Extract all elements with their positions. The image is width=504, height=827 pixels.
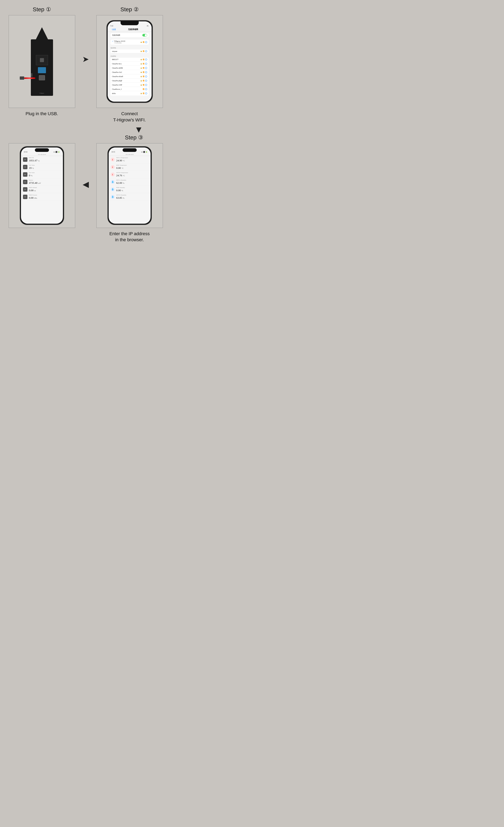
left-step-box: 10:54 ▪▪▪ ⬛ 🔋 192.168.36.65 ✏ BH1750 105… xyxy=(9,143,75,228)
n3-info: i xyxy=(145,71,147,73)
sensor-row-bme-temp: 🌡 BME Temperature 0.00 °C xyxy=(109,163,151,171)
droplet-icon-2: 💧 xyxy=(111,195,114,198)
sht3x-temp-value-row: 24.76 °C xyxy=(116,174,149,177)
connected-name: T-Higrow-A5/A5 xyxy=(114,40,125,42)
pressure-value: 0.00 xyxy=(29,196,34,199)
droplet-icon-0: 💧 xyxy=(111,181,114,183)
soil-value-row: 19 % xyxy=(29,166,61,169)
n5-wifi: 📶 xyxy=(143,80,145,82)
dht1x-hum-info: DHT1x Humidity 62.00 % xyxy=(116,179,149,185)
bme-hum-icon: 💧 xyxy=(111,187,115,191)
wifi-toggle-row[interactable]: 无线局域网 xyxy=(110,33,149,38)
pressure-icon-box: ✏ xyxy=(23,195,28,199)
n7-info: i xyxy=(145,88,147,90)
wifi-signal-icon: 📶 xyxy=(143,41,145,43)
n2-lock: 🔒 xyxy=(140,67,142,69)
my-network-section: 我的网络 xinyuan 🔒 📶 i xyxy=(108,46,152,54)
n8-info: i xyxy=(145,92,147,94)
n5-lock: 🔒 xyxy=(140,80,142,82)
bme-temp-value: 0.00 xyxy=(116,166,121,169)
my-wifi-icon: 📶 xyxy=(143,50,145,52)
wifi-net-4[interactable]: ChinaNet-eKmH🔒📶i xyxy=(110,75,149,79)
step3-header-area: ▼ Step ③ xyxy=(4,125,167,143)
step3-title: Step ③ xyxy=(125,134,143,141)
data-row-pressure: ✏ BME Pressure 0.00 hPa xyxy=(21,193,63,201)
my-network-icons: 🔒 📶 i xyxy=(140,50,147,52)
wifi-net-2[interactable]: ChinaNet-aKHK🔒📶i xyxy=(110,66,149,70)
wifi-toggle-label: 无线局域网 xyxy=(112,34,120,36)
salt-value-row: 0 % xyxy=(29,174,61,177)
right-phone-col: 10:55 ▪▪▪ ⬛ 🔋 192.168.36.65 🌡 xyxy=(92,143,167,243)
data-signal: ▪▪▪ ⬛ 🔋 xyxy=(53,151,60,153)
wifi-net-0[interactable]: 88853377🔒📶i xyxy=(110,58,149,61)
wifi-signal: 4G xyxy=(147,25,149,27)
step1-caption: Plug in the USB. xyxy=(26,111,58,117)
dht1x-temp-icon: 🌡 xyxy=(111,157,115,161)
pressure-label: BME Pressure xyxy=(29,194,61,196)
dht1x-hum-value-row: 62.00 % xyxy=(116,181,149,185)
bh1750-info: BH1750 1051.67 lx xyxy=(29,157,61,162)
step3-caption: Enter the IP address in the browser. xyxy=(109,231,150,243)
usb-cable-group xyxy=(20,73,35,80)
sht3x-hum-value: 63.85 xyxy=(116,196,122,199)
dht1x-temp-info: DHT1x Temperature 24.90 °C xyxy=(116,157,149,162)
wifi-back[interactable]: 〈设置 xyxy=(110,28,116,31)
n8-wifi: 📶 xyxy=(143,93,145,94)
sht3x-hum-label: SHT3X Humidity xyxy=(116,194,149,196)
soil-label: Soil Value xyxy=(29,164,61,166)
wifi-screen: 9:42 4G 〈设置 无线局域网 无线局域网 xyxy=(108,21,152,102)
n3-wifi: 📶 xyxy=(143,71,145,73)
battery-info: Battery 4735.40 mV xyxy=(29,179,61,185)
bme-hum-value: 0.00 xyxy=(116,189,121,192)
pressure-info: BME Pressure 0.00 hPa xyxy=(29,194,61,199)
wifi-net-1[interactable]: ChinaNet-4evc🔒📶i xyxy=(110,62,149,66)
left-phone-col: 10:54 ▪▪▪ ⬛ 🔋 192.168.36.65 ✏ BH1750 105… xyxy=(4,143,80,228)
step2-title: Step ② xyxy=(120,6,139,13)
wifi-net-3[interactable]: ChinaNet-cSx3🔒📶i xyxy=(110,70,149,74)
phone-notch xyxy=(120,21,139,25)
bme-hum-info: BME Humidity 0.00 % xyxy=(116,187,149,192)
wifi-net-7[interactable]: CloudServer_1📶i xyxy=(110,87,149,91)
data-row-battery: ✏ Battery 4735.40 mV xyxy=(21,178,63,186)
bh1750-label: BH1750 xyxy=(29,157,61,158)
altitude-label: BME Altitude xyxy=(29,187,61,188)
sensor-signal: ▪▪▪ ⬛ 🔋 xyxy=(141,151,148,153)
thermometer-icon-1: 🌡 xyxy=(111,166,114,168)
n6-lock: 🔒 xyxy=(140,84,142,86)
sensor-row-dht1x-hum: 💧 DHT1x Humidity 62.00 % xyxy=(109,178,151,186)
wifi-net-6[interactable]: ChinaNet-vS9P🔒📶i xyxy=(110,83,149,87)
step1-col: Step ① xyxy=(4,6,80,117)
n4-lock: 🔒 xyxy=(140,76,142,77)
altitude-value: 0.00 xyxy=(29,189,34,192)
lock-icon: 🔒 xyxy=(140,41,142,43)
my-network-name: xinyuan xyxy=(112,50,117,52)
soil-icon-box: ✏ xyxy=(23,165,28,169)
circuit-area xyxy=(36,55,48,65)
n3-lock: 🔒 xyxy=(140,71,142,73)
sensor-rows-list: 🌡 DHT1x Temperature 24.90 °C 🌡 xyxy=(109,156,151,224)
phone-data: 10:54 ▪▪▪ ⬛ 🔋 192.168.36.65 ✏ BH1750 105… xyxy=(20,146,64,225)
wifi-nav: 〈设置 无线局域网 xyxy=(108,27,152,32)
step1-box: T-Higrow xyxy=(9,15,75,108)
soil-unit: % xyxy=(33,167,34,169)
wifi-toggle[interactable] xyxy=(142,34,147,37)
wifi-time: 9:42 xyxy=(110,25,113,27)
soil-info: Soil Value 19 % xyxy=(29,164,61,169)
thermometer-icon-2: 🌡 xyxy=(111,173,114,176)
info-icon: i xyxy=(145,41,147,43)
n6-wifi: 📶 xyxy=(143,84,145,86)
connected-row[interactable]: ✓ T-Higrow-A5/A5 不安全的网络 🔒 📶 i xyxy=(110,40,149,45)
n6-info: i xyxy=(145,84,147,86)
my-network-row[interactable]: xinyuan 🔒 📶 i xyxy=(110,49,149,53)
wifi-net-5[interactable]: ChinaNet-pPgP🔒📶i xyxy=(110,79,149,83)
n1-lock: 🔒 xyxy=(140,63,142,64)
salt-info: Salt Value 0 % xyxy=(29,172,61,177)
device-illustration: T-Higrow xyxy=(31,27,53,96)
battery-value: 4735.40 xyxy=(29,181,38,184)
n1-wifi: 📶 xyxy=(143,63,145,64)
data-address: 192.168.36.65 xyxy=(21,153,63,156)
thermometer-icon-0: 🌡 xyxy=(111,158,114,161)
sht3x-hum-value-row: 63.85 % xyxy=(116,196,149,199)
wifi-net-8[interactable]: delifo🔒📶i xyxy=(110,92,149,95)
my-lock-icon: 🔒 xyxy=(140,50,142,52)
